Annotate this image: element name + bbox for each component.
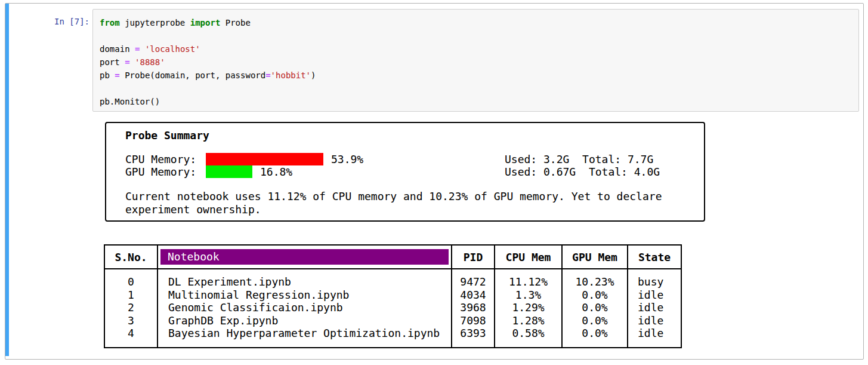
string-token: 'localhost'	[145, 44, 200, 54]
code-token: pb.Monitor()	[100, 97, 160, 106]
code-token: Probe(domain, port, password	[120, 70, 265, 80]
table-cell: 0.58%	[495, 327, 562, 348]
table-cell: Multinomial Regression.ipynb	[157, 289, 452, 302]
code-token: port	[100, 57, 125, 67]
table-cell: 0.0%	[562, 314, 628, 327]
code-token: jupyterprobe	[120, 18, 190, 27]
header-pid: PID	[452, 245, 495, 269]
operator-token: =	[125, 57, 129, 67]
table-cell: idle	[628, 327, 681, 348]
code-input[interactable]: from jupyterprobe import Probe domain = …	[92, 9, 859, 112]
table-cell: 7098	[452, 314, 495, 327]
cpu-memory-row: CPU Memory: 53.9% Used: 3.2G Total: 7.7G	[125, 153, 363, 165]
code-line: pb.Monitor()	[100, 95, 858, 108]
cpu-memory-stats: Used: 3.2G Total: 7.7G	[505, 153, 653, 165]
process-table: S.No. Notebook PID CPU Mem GPU Mem State…	[104, 244, 682, 348]
table-row: 4Bayesian Hyperparameter Optimization.ip…	[104, 327, 681, 348]
gpu-memory-stats: Used: 0.67G Total: 4.0G	[505, 165, 660, 178]
table-row: 2Genomic Classificaion.ipynb39681.29%0.0…	[104, 301, 681, 314]
gpu-memory-label: GPU Memory:	[125, 165, 206, 178]
table-cell: 1.28%	[495, 314, 562, 327]
selected-cell-indicator	[5, 4, 9, 356]
table-cell: Genomic Classificaion.ipynb	[157, 301, 452, 314]
code-line: pb = Probe(domain, port, password='hobbi…	[100, 69, 858, 82]
cpu-memory-percent: 53.9%	[331, 153, 363, 165]
operator-token: =	[265, 70, 270, 80]
operator-token: =	[115, 70, 119, 80]
table-cell: idle	[628, 289, 681, 302]
table-header-row: S.No. Notebook PID CPU Mem GPU Mem State	[104, 245, 681, 269]
table-cell: 10.23%	[562, 269, 628, 289]
string-token: 'hobbit'	[271, 70, 311, 80]
notebook-frame: In [7]: from jupyterprobe import Probe d…	[5, 3, 864, 360]
code-token: pb	[100, 70, 115, 80]
table-cell: 0.0%	[562, 327, 628, 348]
summary-title: Probe Summary	[125, 129, 209, 142]
table-cell: 3968	[452, 301, 495, 314]
input-prompt: In [7]:	[45, 15, 89, 28]
header-cpu-mem: CPU Mem	[495, 245, 562, 269]
table-cell: 11.12%	[495, 269, 562, 289]
header-state: State	[628, 245, 681, 269]
string-token: '8888'	[135, 57, 165, 67]
header-notebook: Notebook	[157, 245, 452, 269]
table-cell: DL Experiment.ipynb	[157, 269, 452, 289]
process-table-body: 0DL Experiment.ipynb947211.12%10.23%busy…	[104, 269, 681, 348]
keyword-token: import	[190, 18, 221, 27]
gpu-memory-percent: 16.8%	[260, 165, 292, 178]
table-cell: 4034	[452, 289, 495, 302]
code-line-blank	[100, 29, 858, 42]
table-cell: 4	[104, 327, 157, 348]
table-cell: 1.3%	[495, 289, 562, 302]
code-token: domain	[100, 44, 135, 54]
table-cell: Bayesian Hyperparameter Optimization.ipy…	[157, 327, 452, 348]
cpu-memory-label: CPU Memory:	[125, 153, 206, 165]
gpu-memory-bar	[206, 165, 252, 178]
table-row: 0DL Experiment.ipynb947211.12%10.23%busy	[104, 269, 681, 289]
table-row: 1Multinomial Regression.ipynb40341.3%0.0…	[104, 289, 681, 302]
header-gpu-mem: GPU Mem	[562, 245, 628, 269]
code-line-blank	[100, 82, 858, 95]
keyword-token: from	[100, 18, 120, 27]
table-cell: 0.0%	[562, 289, 628, 302]
summary-notice: Current notebook uses 11.12% of CPU memo…	[125, 190, 686, 216]
gpu-memory-row: GPU Memory: 16.8% Used: 0.67G Total: 4.0…	[125, 165, 292, 178]
table-cell: busy	[628, 269, 681, 289]
cpu-memory-bar	[206, 153, 323, 165]
table-cell: idle	[628, 301, 681, 314]
table-cell: 1.29%	[495, 301, 562, 314]
table-cell: 2	[104, 301, 157, 314]
code-token	[130, 57, 135, 67]
table-cell: 3	[104, 314, 157, 327]
table-cell: idle	[628, 314, 681, 327]
table-cell: GraphDB Exp.ipynb	[157, 314, 452, 327]
code-line: domain = 'localhost'	[100, 42, 858, 56]
code-token: )	[311, 70, 316, 80]
code-token	[140, 44, 144, 54]
code-line: from jupyterprobe import Probe	[100, 16, 858, 29]
table-cell: 6393	[452, 327, 495, 348]
table-cell: 0	[104, 269, 157, 289]
header-sno: S.No.	[104, 245, 157, 269]
probe-summary-box: Probe Summary CPU Memory: 53.9% Used: 3.…	[105, 122, 705, 222]
table-cell: 1	[104, 289, 157, 302]
table-cell: 9472	[452, 269, 495, 289]
code-line: port = '8888'	[100, 56, 858, 69]
table-cell: 0.0%	[562, 301, 628, 314]
code-token: Probe	[220, 18, 251, 27]
table-row: 3GraphDB Exp.ipynb70981.28%0.0%idle	[104, 314, 681, 327]
notebook-header-highlight: Notebook	[160, 249, 449, 265]
